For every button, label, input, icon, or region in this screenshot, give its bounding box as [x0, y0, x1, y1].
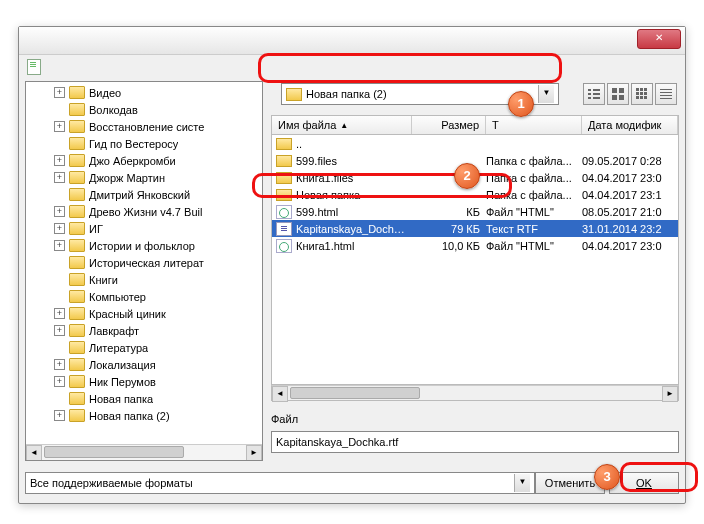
svg-rect-8: [612, 95, 617, 100]
expand-icon[interactable]: [54, 393, 65, 404]
col-name[interactable]: Имя файла▲: [272, 116, 412, 134]
tree-item-label: Ник Перумов: [89, 376, 156, 388]
file-name: 599.html: [296, 206, 412, 218]
view-small-icons-button[interactable]: [631, 83, 653, 105]
expand-icon[interactable]: +: [54, 240, 65, 251]
format-dropdown[interactable]: Все поддерживаемые форматы ▼: [25, 472, 535, 494]
view-details-button[interactable]: [655, 83, 677, 105]
svg-rect-10: [636, 88, 639, 91]
expand-icon[interactable]: [54, 257, 65, 268]
tree-item[interactable]: +Джо Аберкромби: [26, 152, 262, 169]
expand-icon[interactable]: [54, 104, 65, 115]
tree-scrollbar[interactable]: ◄ ►: [26, 444, 262, 460]
svg-rect-9: [619, 95, 624, 100]
scroll-thumb[interactable]: [44, 446, 184, 458]
scroll-left-icon[interactable]: ◄: [26, 445, 42, 461]
expand-icon[interactable]: +: [54, 359, 65, 370]
tree-item[interactable]: Гид по Вестеросу: [26, 135, 262, 152]
tree-item[interactable]: +Истории и фольклор: [26, 237, 262, 254]
folder-icon: [69, 154, 85, 167]
svg-rect-2: [588, 93, 591, 95]
file-type: Папка с файла...: [486, 189, 582, 201]
scroll-right-icon[interactable]: ►: [246, 445, 262, 461]
file-row[interactable]: ..: [272, 135, 678, 152]
tree-item[interactable]: +Видео: [26, 84, 262, 101]
tree-item[interactable]: +Древо Жизни v4.7 Buil: [26, 203, 262, 220]
close-button[interactable]: [637, 29, 681, 49]
expand-icon[interactable]: +: [54, 223, 65, 234]
folder-icon: [276, 172, 292, 184]
scroll-left-icon[interactable]: ◄: [272, 386, 288, 402]
expand-icon[interactable]: +: [54, 410, 65, 421]
tree-item[interactable]: +Локализация: [26, 356, 262, 373]
tree-item[interactable]: +Джорж Мартин: [26, 169, 262, 186]
rtf-icon: [276, 222, 292, 236]
file-type: Папка с файла...: [486, 155, 582, 167]
file-list-scrollbar[interactable]: ◄ ►: [271, 385, 679, 401]
col-type[interactable]: Т: [486, 116, 582, 134]
chevron-down-icon[interactable]: ▼: [514, 474, 530, 492]
tree-item[interactable]: Волкодав: [26, 101, 262, 118]
tree-item[interactable]: Книги: [26, 271, 262, 288]
expand-icon[interactable]: [54, 189, 65, 200]
svg-rect-5: [593, 97, 600, 99]
file-list-header[interactable]: Имя файла▲ Размер Т Дата модифик: [271, 115, 679, 135]
expand-icon[interactable]: +: [54, 172, 65, 183]
file-row[interactable]: Книга1.html10,0 КБФайл "HTML"04.04.2017 …: [272, 237, 678, 254]
file-date: 04.04.2017 23:0: [582, 240, 678, 252]
svg-rect-0: [588, 89, 591, 91]
svg-rect-17: [640, 96, 643, 99]
folder-icon: [69, 171, 85, 184]
tree-item[interactable]: +Восстановление систе: [26, 118, 262, 135]
tree-item[interactable]: +Новая папка (2): [26, 407, 262, 424]
view-list-button[interactable]: [583, 83, 605, 105]
tree-item-label: Компьютер: [89, 291, 146, 303]
folder-icon: [69, 324, 85, 337]
file-row[interactable]: 599.htmlКБФайл "HTML"08.05.2017 21:0: [272, 203, 678, 220]
tree-item[interactable]: +Лавкрафт: [26, 322, 262, 339]
expand-icon[interactable]: +: [54, 308, 65, 319]
tree-item[interactable]: Дмитрий Янковский: [26, 186, 262, 203]
folder-tree[interactable]: +ВидеоВолкодав+Восстановление систеГид п…: [25, 81, 263, 461]
expand-icon[interactable]: [54, 138, 65, 149]
expand-icon[interactable]: [54, 274, 65, 285]
expand-icon[interactable]: [54, 342, 65, 353]
folder-icon: [69, 409, 85, 422]
folder-icon: [69, 239, 85, 252]
file-name: ..: [296, 138, 412, 150]
chevron-down-icon[interactable]: ▼: [538, 85, 554, 103]
col-date[interactable]: Дата модифик: [582, 116, 678, 134]
tree-item-label: Джорж Мартин: [89, 172, 165, 184]
scroll-thumb[interactable]: [290, 387, 420, 399]
scroll-right-icon[interactable]: ►: [662, 386, 678, 402]
folder-icon: [286, 88, 302, 101]
col-size[interactable]: Размер: [412, 116, 486, 134]
tree-item-label: Древо Жизни v4.7 Buil: [89, 206, 202, 218]
folder-icon: [69, 188, 85, 201]
expand-icon[interactable]: +: [54, 206, 65, 217]
tree-item[interactable]: Компьютер: [26, 288, 262, 305]
annotation-badge-1: 1: [508, 91, 534, 117]
location-text: Новая папка (2): [306, 88, 387, 100]
file-row[interactable]: Kapitanskaya_Dochk...79 КБТекст RTF31.01…: [272, 220, 678, 237]
tree-item[interactable]: +ИГ: [26, 220, 262, 237]
expand-icon[interactable]: +: [54, 325, 65, 336]
svg-rect-16: [636, 96, 639, 99]
view-large-icons-button[interactable]: [607, 83, 629, 105]
expand-icon[interactable]: +: [54, 376, 65, 387]
tree-item[interactable]: +Красный циник: [26, 305, 262, 322]
tree-item-label: Историческая литерат: [89, 257, 204, 269]
svg-rect-15: [644, 92, 647, 95]
expand-icon[interactable]: +: [54, 155, 65, 166]
svg-rect-1: [593, 89, 600, 91]
filename-input[interactable]: [271, 431, 679, 453]
file-row[interactable]: Новая папкаПапка с файла...04.04.2017 23…: [272, 186, 678, 203]
view-mode-toolbar: [583, 83, 677, 105]
tree-item[interactable]: Литература: [26, 339, 262, 356]
expand-icon[interactable]: +: [54, 87, 65, 98]
tree-item[interactable]: Историческая литерат: [26, 254, 262, 271]
tree-item[interactable]: +Ник Перумов: [26, 373, 262, 390]
expand-icon[interactable]: [54, 291, 65, 302]
expand-icon[interactable]: +: [54, 121, 65, 132]
tree-item[interactable]: Новая папка: [26, 390, 262, 407]
